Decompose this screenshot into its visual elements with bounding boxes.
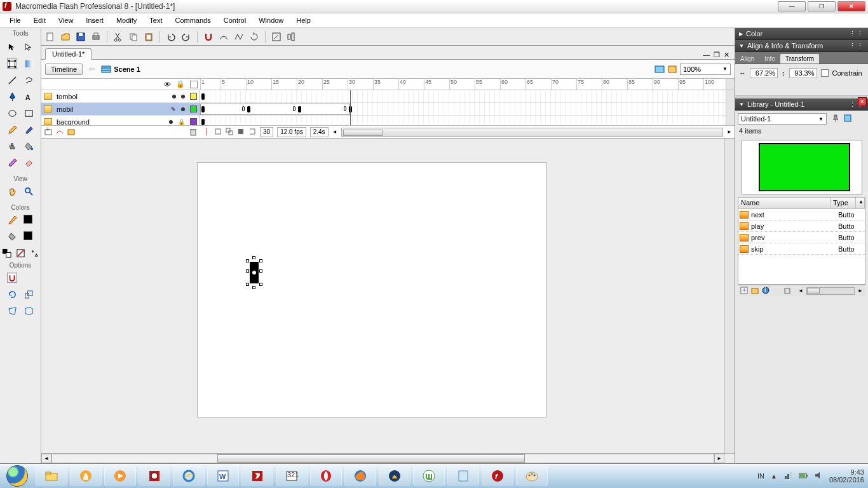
subselection-tool-icon[interactable] [24,42,34,52]
maximize-button[interactable]: ❐ [808,1,836,11]
zoom-tool-icon[interactable] [24,186,34,196]
taskbar-explorer-icon[interactable] [36,466,67,485]
document-tab[interactable]: Untitled-1* [45,48,92,60]
line-tool-icon[interactable] [7,75,17,85]
close-button[interactable]: ✕ [837,1,865,11]
swap-colors-icon[interactable] [29,248,39,258]
menu-text[interactable]: Text [143,15,168,26]
timeline-button[interactable]: Timeline [45,64,83,75]
tab-transform[interactable]: Transform [780,54,819,64]
constrain-checkbox[interactable] [821,69,829,77]
taskbar-pdf-icon[interactable] [241,466,273,485]
new-library-icon[interactable] [843,114,852,124]
undo-icon[interactable] [166,32,176,42]
free-transform-tool-icon[interactable] [7,58,17,69]
library-item-next[interactable]: nextButto [738,209,865,220]
menu-insert[interactable]: Insert [79,15,110,26]
tab-info[interactable]: Info [759,54,780,64]
timeline-frames[interactable] [200,90,726,125]
new-symbol-icon[interactable]: + [740,287,748,295]
taskbar-app2-icon[interactable] [379,466,410,485]
library-doc-select[interactable]: Untitled-1▼ [738,113,827,125]
taskbar-mpc-icon[interactable]: 321 [276,466,308,485]
copy-icon[interactable] [128,32,139,42]
stroke-color-icon[interactable] [7,215,17,225]
align-icon[interactable] [287,32,297,42]
fill-color-icon[interactable] [7,231,17,241]
print-icon[interactable] [91,32,101,42]
doc-minimize-icon[interactable]: — [703,51,710,59]
align-panel-header[interactable]: ▼Align & Info & Transform⋮⋮ [735,40,868,52]
paint-bucket-tool-icon[interactable] [24,141,34,151]
new-folder-lib-icon[interactable] [751,287,759,295]
sort-icon[interactable]: ▲ [856,198,865,208]
snap-objects-icon[interactable] [203,32,214,42]
library-item-prev[interactable]: prevButto [738,232,865,243]
onion-skin-icon[interactable] [214,128,222,137]
zoom-select[interactable]: 100%▼ [680,64,731,75]
col-name[interactable]: Name [738,198,831,208]
taskbar-paint-icon[interactable] [516,466,548,485]
menu-window[interactable]: Window [252,15,290,26]
doc-restore-icon[interactable]: ❐ [714,51,720,59]
rotate-option-icon[interactable] [7,289,17,299]
open-icon[interactable] [60,32,71,42]
panel-close-icon[interactable]: ✕ [858,97,867,106]
text-tool-icon[interactable]: A [24,92,34,102]
layer-bacground[interactable]: bacground 🔒 [41,116,200,125]
taskbar-app1-icon[interactable] [70,466,102,485]
center-frame-icon[interactable] [203,128,210,137]
taskbar-flash-icon[interactable]: f [482,466,513,485]
onion-outline-icon[interactable] [226,128,233,137]
ink-bottle-tool-icon[interactable] [7,141,17,151]
paste-icon[interactable] [144,32,154,42]
library-item-play[interactable]: playButto [738,220,865,232]
delete-lib-icon[interactable] [783,287,791,295]
taskbar-word-icon[interactable]: W [207,466,239,485]
library-item-skip[interactable]: skipButto [738,243,865,255]
pin-library-icon[interactable] [831,114,839,124]
back-icon[interactable]: ⇦ [89,65,95,73]
cut-icon[interactable] [113,32,123,42]
transform-height[interactable]: 93.3% [789,68,817,78]
menu-file[interactable]: File [3,15,27,26]
taskbar-utorrent-icon[interactable] [413,466,445,485]
tray-volume-icon[interactable] [814,471,823,481]
lasso-tool-icon[interactable] [24,75,34,85]
no-color-icon[interactable] [15,248,25,258]
black-white-icon[interactable] [1,248,11,258]
car-symbol[interactable] [246,258,262,287]
taskbar-recorder-icon[interactable] [139,466,170,485]
distort-option-icon[interactable] [7,306,17,316]
stroke-color-swatch[interactable] [24,215,32,224]
rotate-icon[interactable] [249,32,259,42]
edit-symbols-icon[interactable] [667,65,677,74]
smooth-icon[interactable] [219,32,229,42]
doc-close-icon[interactable]: ✕ [724,51,729,59]
taskbar-firefox-icon[interactable] [344,466,376,485]
onion-markers-icon[interactable] [248,128,256,137]
edit-multi-icon[interactable] [237,128,245,137]
menu-modify[interactable]: Modify [110,15,143,26]
oval-tool-icon[interactable] [7,108,17,118]
timeline-ruler[interactable]: 1 5 10 15 20 25 30 35 40 45 50 55 60 65 … [200,79,726,90]
pen-tool-icon[interactable] [7,92,17,102]
menu-commands[interactable]: Commands [168,15,217,26]
selection-tool-icon[interactable] [7,42,17,52]
menu-help[interactable]: Help [290,15,317,26]
eyedropper-tool-icon[interactable] [7,158,17,168]
gradient-transform-tool-icon[interactable] [24,58,34,69]
stage-vscroll[interactable] [724,139,735,453]
start-button[interactable] [0,464,34,488]
timeline-hscroll[interactable] [341,128,724,137]
outline-column-icon[interactable] [190,81,198,88]
brush-tool-icon[interactable] [24,125,34,135]
lock-column-icon[interactable]: 🔒 [176,80,185,88]
scale-icon[interactable] [271,32,281,42]
stage-hscroll[interactable]: ◄ ► [41,453,735,463]
minimize-button[interactable]: — [778,1,806,11]
taskbar-ie-icon[interactable] [173,466,205,485]
taskbar-notepad-icon[interactable] [447,466,479,485]
stage-area[interactable]: ◄ ► [41,139,735,463]
tray-battery-icon[interactable] [799,471,808,481]
